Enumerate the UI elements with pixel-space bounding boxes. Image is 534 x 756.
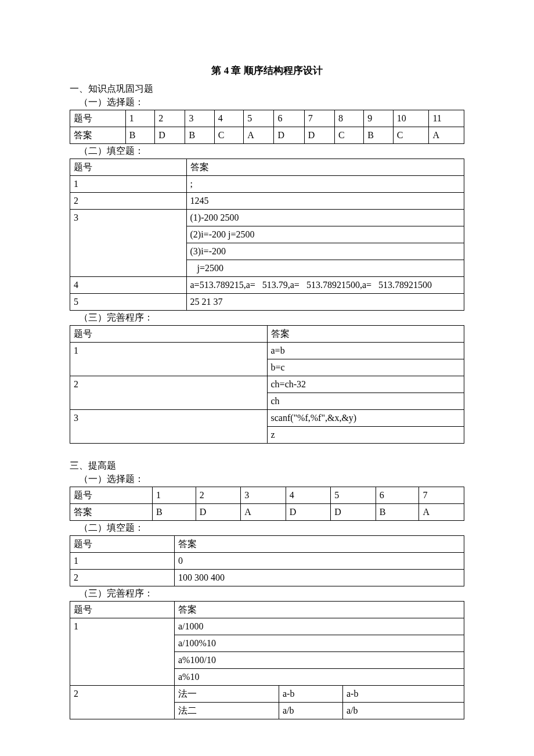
cell: D bbox=[286, 504, 331, 521]
table-row: 题号 答案 bbox=[70, 326, 464, 343]
col-header: 题号 bbox=[70, 159, 187, 176]
answer-cell: 25 21 37 bbox=[186, 294, 464, 311]
cell: 5 bbox=[244, 110, 274, 127]
table-row: 4a=513.789215,a= 513.79,a= 513.78921500,… bbox=[70, 277, 464, 294]
table-row: 题号 1 2 3 4 5 6 7 8 9 10 11 bbox=[70, 110, 464, 127]
question-number: 1 bbox=[70, 553, 175, 570]
answer-cell: scanf("%f,%f",&x,&y) bbox=[267, 410, 464, 427]
answer-cell: a/b bbox=[279, 703, 343, 719]
s1-fill-table: 题号 答案 1;212453(1)-200 2500(2)i=-200 j=25… bbox=[70, 159, 464, 311]
page-title: 第 4 章 顺序结构程序设计 bbox=[70, 64, 464, 77]
cell: D bbox=[274, 127, 304, 144]
answer-cell: (1)-200 2500 bbox=[186, 210, 464, 226]
col-header: 题号 bbox=[70, 326, 268, 343]
answer-cell: (2)i=-200 j=2500 bbox=[186, 226, 464, 243]
col-header: 题号 bbox=[70, 602, 175, 618]
col-header: 答案 bbox=[186, 159, 464, 176]
cell: 5 bbox=[331, 487, 376, 504]
answer-cell: 100 300 400 bbox=[175, 570, 464, 586]
s1-sub3-heading: （三）完善程序： bbox=[70, 312, 464, 324]
cell: 11 bbox=[429, 110, 464, 127]
cell: 7 bbox=[419, 487, 464, 504]
question-number: 1 bbox=[70, 176, 187, 193]
s1-sub1-heading: （一）选择题： bbox=[70, 96, 464, 109]
s1-sub2-heading: （二）填空题： bbox=[70, 145, 464, 157]
table-row: 2ch=ch-32 bbox=[70, 376, 464, 393]
answer-cell: a=513.789215,a= 513.79,a= 513.78921500,a… bbox=[186, 277, 464, 294]
question-number: 5 bbox=[70, 294, 187, 311]
col-header: 答案 bbox=[267, 326, 464, 343]
cell: 6 bbox=[376, 487, 419, 504]
cell: 1 bbox=[125, 110, 154, 127]
cell: 9 bbox=[364, 110, 393, 127]
table-row: 10 bbox=[70, 553, 464, 570]
question-number: 2 bbox=[70, 193, 187, 210]
cell: B bbox=[376, 504, 419, 521]
cell: 3 bbox=[185, 110, 214, 127]
answer-cell: 1245 bbox=[186, 193, 464, 210]
method-label: 法一 bbox=[175, 686, 279, 703]
answer-cell: ch bbox=[267, 393, 464, 410]
s1-choice-table: 题号 1 2 3 4 5 6 7 8 9 10 11 答案 B D B C A … bbox=[70, 110, 464, 144]
answer-cell: a-b bbox=[343, 686, 464, 703]
cell: 2 bbox=[155, 110, 185, 127]
cell: 7 bbox=[304, 110, 334, 127]
cell: C bbox=[393, 127, 429, 144]
col-header: 答案 bbox=[175, 602, 464, 618]
question-number: 3 bbox=[70, 210, 187, 277]
cell: A bbox=[241, 504, 286, 521]
s3-sub2-heading: （二）填空题： bbox=[70, 522, 464, 534]
col-header: 答案 bbox=[175, 536, 464, 553]
table-row: 525 21 37 bbox=[70, 294, 464, 311]
answer-cell: a=b bbox=[267, 343, 464, 359]
answer-cell: ; bbox=[186, 176, 464, 193]
col-header: 题号 bbox=[70, 536, 175, 553]
answer-cell: j=2500 bbox=[186, 260, 464, 277]
cell: A bbox=[244, 127, 274, 144]
question-number: 1 bbox=[70, 618, 175, 686]
answer-cell: a/b bbox=[343, 703, 464, 719]
answer-cell: a-b bbox=[279, 686, 343, 703]
section3-heading: 三、提高题 bbox=[70, 460, 464, 472]
cell: C bbox=[334, 127, 363, 144]
row-label: 答案 bbox=[70, 127, 126, 144]
table-row: 题号 答案 bbox=[70, 159, 464, 176]
table-row: 题号 答案 bbox=[70, 602, 464, 618]
row-label: 题号 bbox=[70, 487, 153, 504]
table-row: 1; bbox=[70, 176, 464, 193]
cell: B bbox=[125, 127, 154, 144]
table-row: 答案 B D A D D B A bbox=[70, 504, 464, 521]
s3-choice-table: 题号 1 2 3 4 5 6 7 答案 B D A D D B A bbox=[70, 487, 464, 521]
cell: D bbox=[155, 127, 185, 144]
s3-sub1-heading: （一）选择题： bbox=[70, 473, 464, 485]
table-row: 21245 bbox=[70, 193, 464, 210]
cell: 8 bbox=[334, 110, 363, 127]
answer-cell: ch=ch-32 bbox=[267, 376, 464, 393]
cell: D bbox=[331, 504, 376, 521]
s3-sub3-heading: （三）完善程序： bbox=[70, 588, 464, 600]
cell: 1 bbox=[153, 487, 196, 504]
question-number: 3 bbox=[70, 410, 268, 444]
answer-cell: a%100/10 bbox=[175, 652, 464, 669]
table-row: 3scanf("%f,%f",&x,&y) bbox=[70, 410, 464, 427]
cell: D bbox=[304, 127, 334, 144]
cell: B bbox=[364, 127, 393, 144]
section1-heading: 一、知识点巩固习题 bbox=[70, 83, 464, 95]
table-row: 题号 答案 bbox=[70, 536, 464, 553]
cell: B bbox=[153, 504, 196, 521]
table-row: 3(1)-200 2500 bbox=[70, 210, 464, 226]
question-number: 2 bbox=[70, 376, 268, 410]
cell: D bbox=[196, 504, 241, 521]
method-label: 法二 bbox=[175, 703, 279, 719]
cell: 2 bbox=[196, 487, 241, 504]
cell: A bbox=[429, 127, 464, 144]
cell: 10 bbox=[393, 110, 429, 127]
answer-cell: 0 bbox=[175, 553, 464, 570]
answer-cell: a/1000 bbox=[175, 618, 464, 635]
table-row: 题号 1 2 3 4 5 6 7 bbox=[70, 487, 464, 504]
question-number: 2 bbox=[70, 570, 175, 586]
cell: 3 bbox=[241, 487, 286, 504]
question-number: 4 bbox=[70, 277, 187, 294]
s1-complete-table: 题号 答案 1a=bb=c2ch=ch-32ch3scanf("%f,%f",&… bbox=[70, 325, 464, 444]
answer-cell: z bbox=[267, 427, 464, 444]
